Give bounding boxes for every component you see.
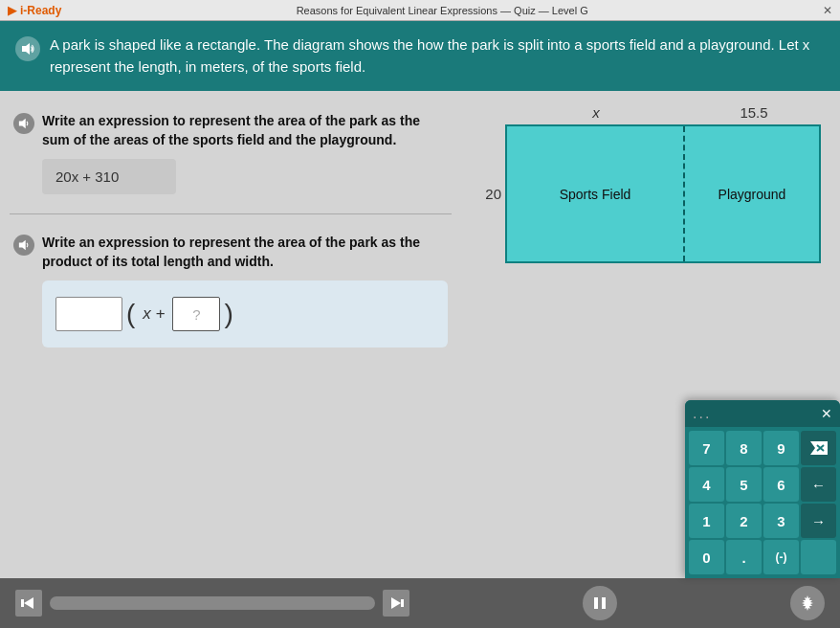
calc-negate[interactable]: (-) bbox=[763, 540, 799, 574]
instruction-banner: A park is shaped like a rectangle. The d… bbox=[0, 21, 840, 91]
calc-left-arrow[interactable]: ← bbox=[801, 467, 836, 502]
banner-speaker-icon[interactable] bbox=[15, 36, 40, 61]
question-2-block: Write an expression to represent the are… bbox=[10, 222, 452, 359]
settings-button[interactable] bbox=[790, 586, 825, 620]
q2-input-box-1[interactable] bbox=[55, 297, 122, 331]
nav-controls bbox=[15, 590, 409, 617]
svg-rect-3 bbox=[21, 599, 24, 607]
calc-empty bbox=[801, 540, 836, 574]
svg-marker-1 bbox=[19, 119, 26, 128]
calc-2[interactable]: 2 bbox=[726, 504, 762, 538]
q2-input-box-2[interactable]: ? bbox=[172, 297, 220, 331]
calc-7[interactable]: 7 bbox=[689, 431, 724, 465]
prev-button[interactable] bbox=[15, 590, 42, 617]
calc-dots: ... bbox=[693, 405, 711, 422]
calc-0[interactable]: 0 bbox=[689, 540, 724, 574]
svg-marker-6 bbox=[391, 597, 401, 609]
diagram-top-labels: x 15.5 bbox=[505, 104, 821, 121]
close-button[interactable]: ✕ bbox=[823, 4, 832, 17]
svg-marker-0 bbox=[22, 43, 30, 55]
pause-button[interactable] bbox=[583, 586, 617, 620]
label-20: 20 bbox=[476, 186, 501, 202]
svg-rect-8 bbox=[602, 597, 606, 609]
q1-text: Write an expression to represent the are… bbox=[42, 112, 448, 149]
q2-input-area: ( x + ? ) bbox=[42, 280, 448, 348]
diagram-rect: Sports Field Playground bbox=[505, 124, 821, 263]
playground-section: Playground bbox=[685, 126, 819, 261]
paren-open: ( bbox=[126, 301, 135, 327]
progress-bar bbox=[50, 596, 375, 610]
calc-close-button[interactable]: ✕ bbox=[821, 407, 832, 420]
sports-field: Sports Field bbox=[507, 126, 685, 261]
question-1-header: Write an expression to represent the are… bbox=[13, 112, 448, 149]
question-2-header: Write an expression to represent the are… bbox=[13, 234, 448, 271]
title-bar: ▶ i-Ready Reasons for Equivalent Linear … bbox=[0, 0, 840, 21]
main-content: A park is shaped like a rectangle. The d… bbox=[0, 21, 840, 628]
banner-text: A park is shaped like a rectangle. The d… bbox=[50, 34, 825, 78]
calc-decimal[interactable]: . bbox=[726, 540, 762, 574]
svg-rect-5 bbox=[401, 599, 404, 607]
calc-3[interactable]: 3 bbox=[763, 504, 799, 538]
q1-answer: 20x + 310 bbox=[42, 159, 176, 194]
bottom-bar bbox=[0, 578, 840, 628]
question-1-block: Write an expression to represent the are… bbox=[10, 101, 452, 206]
svg-rect-7 bbox=[594, 597, 598, 609]
calc-6[interactable]: 6 bbox=[763, 467, 799, 502]
calc-5[interactable]: 5 bbox=[726, 467, 762, 502]
q1-speaker-icon[interactable] bbox=[13, 113, 34, 134]
calculator: ... ✕ 7 8 9 4 5 6 ← 1 2 3 → bbox=[685, 400, 840, 578]
diagram-container: x 15.5 20 Sports Field Playground bbox=[476, 104, 821, 263]
q2-text: Write an expression to represent the are… bbox=[42, 234, 448, 271]
x-var: x + bbox=[143, 304, 165, 324]
calc-backspace[interactable] bbox=[801, 431, 836, 465]
divider bbox=[10, 213, 452, 214]
calc-grid: 7 8 9 4 5 6 ← 1 2 3 → 0 . (-) bbox=[685, 427, 840, 578]
app-logo: ▶ i-Ready bbox=[8, 4, 61, 17]
label-155: 15.5 bbox=[687, 104, 821, 121]
paren-close: ) bbox=[224, 301, 232, 327]
q2-speaker-icon[interactable] bbox=[13, 235, 34, 256]
calc-right-arrow[interactable]: → bbox=[801, 504, 836, 538]
calc-1[interactable]: 1 bbox=[689, 504, 724, 538]
next-button[interactable] bbox=[383, 590, 409, 617]
left-panel: Write an expression to represent the are… bbox=[10, 101, 452, 569]
diagram-body: 20 Sports Field Playground bbox=[476, 124, 821, 263]
label-x: x bbox=[505, 104, 687, 121]
calc-4[interactable]: 4 bbox=[689, 467, 724, 502]
svg-marker-4 bbox=[24, 597, 33, 609]
calc-9[interactable]: 9 bbox=[763, 431, 799, 465]
calc-header: ... ✕ bbox=[685, 400, 840, 427]
window-title: Reasons for Equivalent Linear Expression… bbox=[61, 5, 823, 16]
svg-marker-2 bbox=[19, 240, 26, 250]
calc-8[interactable]: 8 bbox=[726, 431, 762, 465]
